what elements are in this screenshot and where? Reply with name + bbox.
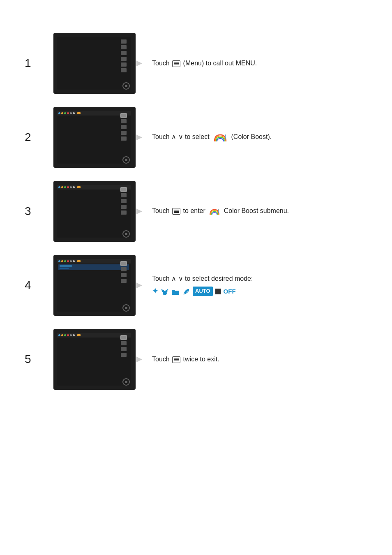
monitor-5	[53, 329, 136, 390]
step-4-row: 4	[25, 255, 367, 316]
power-btn-5	[122, 378, 130, 386]
step-3-text-rest: Color Boost submenu.	[224, 207, 289, 214]
power-btn-inner-2	[125, 159, 127, 161]
osd-item-4-4	[121, 279, 127, 283]
svg-point-6	[167, 289, 168, 290]
osd-item-3-3	[121, 199, 127, 203]
step-1-number: 1	[25, 57, 37, 70]
monitor-3	[53, 181, 136, 242]
step-1-row: 1 Touch (Menu)	[25, 33, 367, 94]
mode-icons-row: ✦	[152, 285, 367, 297]
power-btn-inner-3	[125, 233, 127, 235]
svg-point-5	[161, 289, 163, 290]
osd-item-2-3	[121, 125, 127, 129]
osd-item-6	[121, 68, 127, 72]
osd-item-3-2	[121, 193, 127, 197]
monitor-1	[53, 33, 136, 94]
page-content: 1 Touch (Menu)	[0, 0, 392, 423]
power-btn-3	[122, 230, 130, 238]
osd-item-3-5	[121, 210, 127, 215]
mode-auto-label: AUTO	[193, 287, 213, 296]
svg-point-3	[162, 290, 164, 292]
monitor-1-screen	[57, 37, 131, 90]
step-4-number: 4	[25, 279, 37, 292]
colorboost-icon-2	[213, 131, 228, 144]
step-5-touch-label: Touch	[152, 356, 171, 363]
menu-icon-1	[172, 60, 180, 67]
osd-item-2	[121, 45, 127, 49]
step-5-text-rest: twice to exit.	[181, 356, 219, 363]
power-btn-1	[122, 82, 130, 90]
osd-buttons-2	[121, 113, 127, 141]
monitor-5-body	[53, 329, 136, 390]
step-3-middle: to enter	[181, 207, 207, 214]
monitor-4-body	[53, 255, 136, 316]
step-5-text: Touch twice to exit.	[152, 354, 367, 365]
step-2-row: 2	[25, 107, 367, 168]
monitor-2	[53, 107, 136, 168]
step-2-touch-label: Touch ∧ ∨ to select	[152, 133, 211, 140]
power-btn-2	[122, 156, 130, 164]
osd-item-5	[121, 62, 127, 67]
menu-icon-3	[172, 208, 180, 215]
osd-item-4-3	[121, 273, 127, 277]
step-4-text: Touch ∧ ∨ to select desired mode: ✦	[152, 273, 367, 297]
step-3-number: 3	[25, 205, 37, 218]
step-1-text: Touch (Menu) to call out MENU.	[152, 58, 367, 69]
mode-folder-icon	[171, 285, 180, 297]
osd-item-5-4	[121, 353, 127, 357]
monitor-3-screen	[57, 185, 131, 238]
osd-item-5-2	[121, 341, 127, 345]
step-1-touch-label: Touch	[152, 60, 171, 67]
osd-item-4-2	[121, 267, 127, 271]
osd-item-5-1	[121, 335, 127, 340]
osd-item-3	[121, 51, 127, 55]
monitor-1-body	[53, 33, 136, 94]
mode-leaf-icon	[182, 285, 190, 297]
osd-item-1	[121, 39, 127, 44]
power-btn-inner-1	[125, 85, 127, 87]
step-3-text: Touch to enter Color Boost submenu.	[152, 205, 367, 218]
mode-person-icon: ✦	[152, 285, 158, 297]
monitor-4	[53, 255, 136, 316]
step-3-row: 3	[25, 181, 367, 242]
monitor-2-screen	[57, 111, 131, 164]
menu-icon-5	[172, 356, 180, 363]
step-4-main-text: Touch ∧ ∨ to select desired mode:	[152, 273, 367, 284]
osd-buttons-5	[121, 335, 127, 357]
monitor-5-screen	[57, 333, 131, 386]
svg-point-4	[166, 290, 168, 292]
power-btn-4	[122, 304, 130, 312]
osd-item-5-3	[121, 347, 127, 351]
osd-buttons-3	[121, 187, 127, 215]
osd-item-2-1	[121, 113, 127, 118]
svg-rect-7	[172, 291, 179, 295]
osd-item-4-1	[121, 261, 127, 266]
osd-buttons-4	[121, 261, 127, 283]
power-btn-inner-5	[125, 381, 127, 383]
step-1-text-rest: (Menu) to call out MENU.	[181, 60, 257, 67]
osd-item-2-4	[121, 131, 127, 135]
step-3-touch-1: Touch	[152, 207, 171, 214]
osd-item-3-1	[121, 187, 127, 192]
monitor-2-body	[53, 107, 136, 168]
step-2-text-rest: (Color Boost).	[231, 133, 272, 140]
monitor-4-screen	[57, 259, 131, 312]
osd-item-2-2	[121, 119, 127, 123]
step-2-number: 2	[25, 131, 37, 144]
osd-item-3-4	[121, 205, 127, 209]
power-btn-inner-4	[125, 307, 127, 309]
osd-buttons-1	[121, 39, 127, 72]
mode-animal-icon	[161, 285, 169, 297]
monitor-3-body	[53, 181, 136, 242]
colorboost-icon-3	[209, 205, 220, 218]
mode-dark-box	[215, 289, 221, 294]
osd-item-4	[121, 57, 127, 61]
step-5-number: 5	[25, 353, 37, 366]
step-5-row: 5	[25, 329, 367, 390]
step-2-text: Touch ∧ ∨ to select (Color Boost).	[152, 131, 367, 144]
osd-item-2-5	[121, 136, 127, 141]
mode-off-label: OFF	[224, 287, 236, 296]
